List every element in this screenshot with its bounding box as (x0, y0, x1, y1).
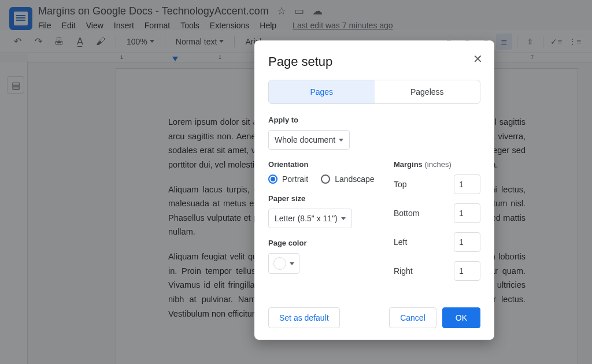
paper-size-label: Paper size (268, 194, 376, 203)
tab-pageless[interactable]: Pageless (375, 80, 480, 103)
margin-top-label: Top (394, 180, 407, 189)
margin-top-input[interactable] (454, 174, 480, 194)
chevron-down-icon (290, 262, 294, 265)
page-color-label: Page color (268, 239, 376, 247)
chevron-down-icon (341, 217, 346, 220)
margin-right-input[interactable] (454, 261, 480, 281)
margin-bottom-input[interactable] (454, 203, 480, 223)
chevron-down-icon (339, 139, 343, 142)
paper-size-select[interactable]: Letter (8.5" x 11") (268, 209, 352, 228)
radio-unchecked-icon (321, 174, 330, 184)
apply-to-label: Apply to (268, 116, 480, 124)
margin-bottom-label: Bottom (394, 209, 419, 218)
orientation-landscape-radio[interactable]: Landscape (321, 174, 375, 184)
radio-checked-icon (268, 174, 278, 184)
apply-to-select[interactable]: Whole document (268, 130, 350, 150)
dialog-tabs: Pages Pageless (268, 80, 480, 104)
margin-left-label: Left (394, 237, 407, 247)
page-setup-dialog: Page setup ✕ Pages Pageless Apply to Who… (254, 40, 494, 340)
ok-button[interactable]: OK (442, 307, 480, 328)
margin-left-input[interactable] (454, 232, 480, 252)
page-color-select[interactable] (268, 253, 299, 274)
dialog-title: Page setup (268, 54, 480, 69)
margin-right-label: Right (394, 266, 413, 276)
cancel-button[interactable]: Cancel (389, 307, 436, 328)
color-swatch-icon (273, 257, 286, 270)
set-default-button[interactable]: Set as default (268, 307, 340, 328)
margins-label: Margins (inches) (394, 160, 480, 169)
orientation-portrait-radio[interactable]: Portrait (268, 174, 308, 184)
close-icon[interactable]: ✕ (473, 52, 483, 66)
orientation-label: Orientation (268, 160, 376, 169)
tab-pages[interactable]: Pages (269, 80, 375, 103)
